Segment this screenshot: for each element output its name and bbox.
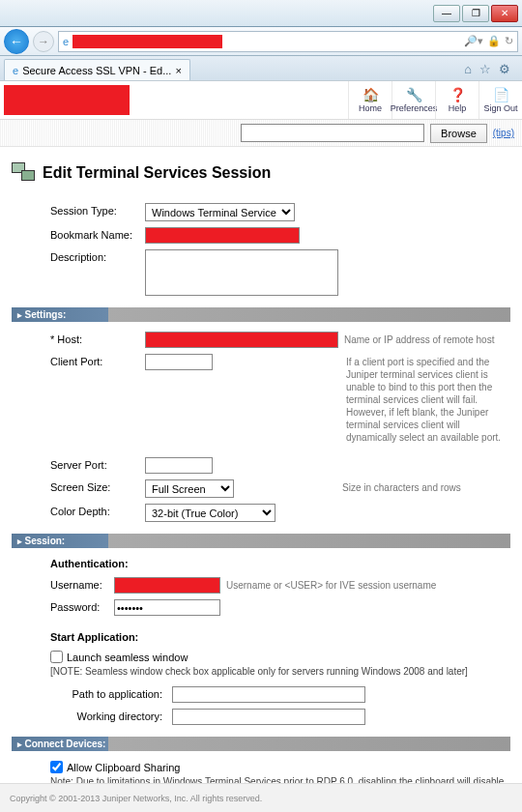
server-port-input[interactable] [145, 457, 213, 474]
screen-size-hint: Size in characters and rows [342, 479, 510, 494]
nav-preferences-label: Preferences [391, 103, 438, 113]
password-input[interactable] [114, 599, 220, 616]
browser-tabbar: e Secure Access SSL VPN - Ed... × ⌂ ☆ ⚙ [0, 56, 522, 81]
section-connect-devices: Connect Devices: [12, 737, 510, 751]
seamless-checkbox[interactable] [50, 651, 63, 663]
screen-size-select[interactable]: Full Screen [145, 479, 234, 498]
home-icon[interactable]: ⌂ [464, 62, 472, 76]
search-input[interactable] [241, 124, 424, 142]
password-label: Password: [50, 599, 108, 613]
host-label: Host: [50, 332, 139, 345]
nav-home-label: Home [359, 103, 382, 113]
close-button[interactable]: ✕ [491, 5, 518, 22]
username-hint: Username or <USER> for IVE session usern… [226, 577, 510, 592]
terminal-session-icon [12, 162, 35, 184]
maximize-button[interactable]: ❐ [462, 5, 489, 22]
tab-title: Secure Access SSL VPN - Ed... [22, 65, 171, 76]
client-port-hint: If a client port is specified and the Ju… [346, 354, 510, 444]
color-depth-select[interactable]: 32-bit (True Color) [145, 504, 276, 522]
tab-favicon: e [13, 65, 18, 76]
reload-icon[interactable]: ↻ [505, 35, 513, 47]
browser-navbar: ← → e 🔎▾ 🔒 ↻ [0, 27, 522, 56]
screen-size-label: Screen Size: [50, 479, 139, 493]
favorites-icon[interactable]: ☆ [479, 62, 491, 76]
seamless-label: Launch seamless window [67, 652, 188, 663]
nav-signout[interactable]: 📄Sign Out [478, 81, 522, 119]
clipboard-checkbox[interactable] [50, 761, 63, 773]
workdir-label: Working directory: [50, 709, 166, 722]
host-input[interactable] [145, 332, 338, 348]
forward-button[interactable]: → [33, 31, 54, 52]
path-label: Path to application: [50, 686, 166, 700]
address-bar[interactable]: e 🔎▾ 🔒 ↻ [58, 31, 518, 52]
workdir-input[interactable] [172, 709, 365, 725]
client-port-input[interactable] [145, 354, 213, 370]
page-title: Edit Terminal Services Session [43, 164, 271, 182]
section-settings: Settings: [12, 307, 510, 322]
path-input[interactable] [172, 686, 365, 703]
tools-icon[interactable]: ⚙ [499, 62, 510, 76]
lifebuoy-icon: ❓ [450, 87, 466, 102]
section-session: Session: [12, 534, 510, 548]
host-hint: Name or IP address of remote host [344, 332, 510, 346]
username-input[interactable] [114, 577, 220, 594]
back-button[interactable]: ← [4, 29, 29, 54]
door-icon: 📄 [493, 87, 509, 102]
authentication-heading: Authentication: [50, 558, 510, 569]
session-type-select[interactable]: Windows Terminal Services [145, 203, 295, 221]
footer: Copyright © 2001-2013 Juniper Networks, … [0, 783, 522, 812]
bookmark-name-label: Bookmark Name: [50, 227, 139, 241]
app-header: 🏠Home 🔧Preferences ❓Help 📄Sign Out [0, 81, 522, 120]
app-frame: 🏠Home 🔧Preferences ❓Help 📄Sign Out Brows… [0, 81, 522, 812]
bookmark-name-input[interactable] [145, 227, 300, 244]
color-depth-label: Color Depth: [50, 504, 139, 517]
seamless-note: [NOTE: Seamless window check box applica… [50, 666, 510, 677]
server-port-label: Server Port: [50, 457, 139, 471]
clipboard-note: Note: Due to limitations in Windows Term… [50, 776, 510, 783]
session-type-label: Session Type: [50, 203, 139, 217]
nav-help[interactable]: ❓Help [435, 81, 478, 119]
brand-logo-redacted [4, 85, 130, 115]
minimize-button[interactable]: — [433, 5, 460, 22]
username-label: Username: [50, 577, 108, 591]
description-label: Description: [50, 249, 139, 263]
ie-icon: e [63, 36, 69, 47]
description-textarea[interactable] [145, 249, 338, 296]
window-titlebar: — ❐ ✕ [0, 0, 522, 27]
clipboard-label: Allow Clipboard Sharing [67, 762, 180, 773]
nav-home[interactable]: 🏠Home [348, 81, 392, 119]
wrench-icon: 🔧 [406, 87, 422, 102]
nav-signout-label: Sign Out [483, 103, 517, 113]
start-application-heading: Start Application: [50, 631, 510, 643]
tips-link[interactable]: (tips) [493, 128, 514, 138]
tab-close-icon[interactable]: × [175, 65, 181, 76]
address-redacted [72, 35, 222, 48]
client-port-label: Client Port: [50, 354, 139, 367]
browser-tab[interactable]: e Secure Access SSL VPN - Ed... × [4, 59, 190, 80]
nav-preferences[interactable]: 🔧Preferences [392, 81, 435, 119]
lock-icon: 🔒 [487, 35, 501, 47]
search-dropdown-icon[interactable]: 🔎▾ [464, 35, 483, 47]
nav-help-label: Help [449, 103, 467, 113]
house-icon: 🏠 [362, 87, 379, 102]
search-strip: Browse (tips) [0, 120, 522, 147]
content-area: Edit Terminal Services Session Session T… [0, 147, 522, 783]
browse-button[interactable]: Browse [430, 124, 487, 143]
